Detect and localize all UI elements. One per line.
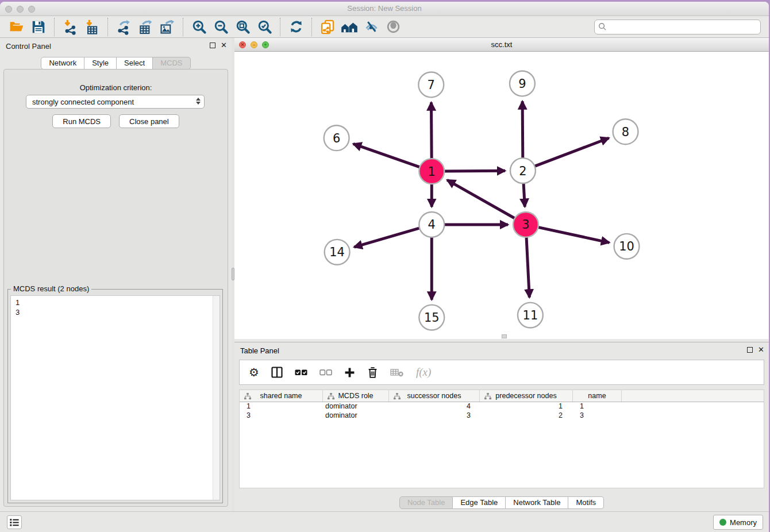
graph-edge-3-11[interactable] [526,236,529,298]
graph-node-4[interactable]: 4 [419,212,444,237]
graph-node-8[interactable]: 8 [613,119,638,144]
show-task-history-button[interactable] [7,515,22,529]
graph-node-10[interactable]: 10 [614,234,640,259]
criterion-selected-value: strongly connected component [32,98,134,106]
network-graph[interactable]: 7968124314101511 [234,52,769,339]
graph-node-6[interactable]: 6 [324,125,349,151]
apply-layout-button[interactable] [285,18,307,36]
zoom-fit-button[interactable] [232,18,253,36]
graph-edge-2-9[interactable] [522,101,523,160]
column-header-mcds-role[interactable]: MCDS role [323,390,389,402]
svg-text:4: 4 [428,218,436,232]
column-header-successor-nodes[interactable]: successor nodes [389,390,480,402]
graph-node-9[interactable]: 9 [510,71,535,96]
open-session-button[interactable] [6,18,28,36]
birds-eye-view-button[interactable] [382,18,404,36]
zoom-out-button[interactable] [210,18,232,36]
column-header-shared-name[interactable]: shared name [240,390,323,402]
column-type-icon [328,393,334,400]
zoom-selected-button[interactable] [253,18,275,36]
svg-text:1: 1 [428,165,436,179]
table-settings-button[interactable]: ⚙ [249,364,259,381]
column-header-predecessor-nodes[interactable]: predecessor nodes [480,390,573,402]
close-panel-button[interactable]: Close panel [119,114,179,128]
show-column-panel-button[interactable] [271,364,283,381]
zoom-in-button[interactable] [188,18,210,36]
tab-node-table[interactable]: Node Table [399,496,453,509]
export-network-button[interactable] [113,18,134,36]
graph-edge-3-1[interactable] [447,180,516,219]
create-column-button[interactable] [344,364,355,381]
result-scrollbar[interactable] [213,296,220,500]
column-header-name[interactable]: name [573,390,622,402]
table-row[interactable]: 3 dominator 3 2 3 [240,411,764,421]
destroy-table-button[interactable] [390,364,404,381]
first-neighbors-button[interactable] [338,18,360,36]
svg-text:11: 11 [523,309,538,322]
export-image-button[interactable] [156,18,178,36]
hide-graphics-details-button[interactable] [360,18,382,36]
float-panel-icon[interactable] [210,43,215,48]
graph-edge-1-6[interactable] [353,144,422,167]
tab-motifs[interactable]: Motifs [568,496,604,509]
graph-node-1[interactable]: 1 [419,159,444,184]
import-table-button[interactable] [81,18,103,36]
graph-node-7[interactable]: 7 [418,72,444,97]
tab-edge-table[interactable]: Edge Table [453,496,506,509]
delete-column-button[interactable] [367,364,378,381]
graph-edge-3-10[interactable] [536,227,609,242]
search-input[interactable] [609,22,757,31]
select-all-columns-button[interactable] [295,364,307,381]
graph-edge-1-2[interactable] [442,171,505,171]
graph-edge-1-7[interactable] [431,102,432,160]
toolbar-separator [280,18,280,36]
canvas-resize-grip[interactable] [502,334,507,338]
criterion-select[interactable]: strongly connected component [26,95,205,109]
cell-successor-nodes: 3 [389,411,480,421]
export-table-button[interactable] [134,18,156,36]
close-panel-icon[interactable]: ✕ [221,42,227,49]
float-table-panel-icon[interactable] [747,347,753,353]
save-session-button[interactable] [28,18,49,36]
search-icon [598,22,607,31]
list-icon [9,518,20,527]
close-table-panel-icon[interactable]: ✕ [758,346,764,353]
mcds-result-group: MCDS result (2 nodes) 1 3 [7,289,223,503]
columns-icon [271,367,283,378]
tab-network-table[interactable]: Network Table [506,496,568,509]
duplicate-network-button[interactable] [317,18,338,36]
network-view-window: ✕ − + scc.txt 7968124314101511 [234,38,769,339]
svg-text:3: 3 [522,218,529,232]
memory-button[interactable]: Memory [713,515,763,530]
mcds-result-title: MCDS result (2 nodes) [11,284,91,293]
tab-select[interactable]: Select [117,57,153,70]
tab-network[interactable]: Network [41,57,84,70]
run-mcds-button[interactable]: Run MCDS [52,114,111,128]
deselect-all-icon [319,368,332,377]
graph-edge-4-14[interactable] [354,228,421,247]
graph-node-11[interactable]: 11 [518,303,543,328]
search-field[interactable] [594,20,761,34]
graph-node-15[interactable]: 15 [419,305,444,330]
window-title: Session: New Session [0,4,769,13]
graph-edge-2-8[interactable] [533,138,609,167]
control-panel-header: Control Panel ✕ [0,38,232,54]
network-canvas[interactable]: 7968124314101511 [234,52,769,339]
import-network-button[interactable] [59,18,81,36]
zoom-fit-icon [235,19,251,34]
cell-mcds-role: dominator [323,411,389,421]
function-builder-button[interactable]: f(x) [416,364,431,381]
mcds-result-textarea[interactable]: 1 3 [10,295,220,500]
tab-style[interactable]: Style [84,57,117,70]
graph-node-14[interactable]: 14 [325,240,350,265]
mcds-panel: Optimization criterion: strongly connect… [3,69,228,507]
fx-icon: f(x) [416,366,431,379]
deselect-all-columns-button[interactable] [319,364,332,381]
graph-node-2[interactable]: 2 [510,158,536,183]
graph-edge-2-3[interactable] [523,182,525,207]
table-row[interactable]: 1 dominator 4 1 1 [240,402,764,411]
graph-node-3[interactable]: 3 [513,212,538,237]
tab-mcds[interactable]: MCDS [153,57,190,70]
cell-mcds-role: dominator [323,402,389,411]
control-panel-title: Control Panel [6,42,51,51]
